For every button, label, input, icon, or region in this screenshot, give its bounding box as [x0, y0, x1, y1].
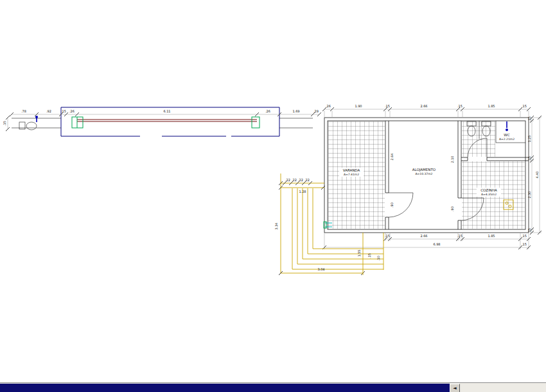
dim-label: 1.85 [488, 234, 495, 238]
room-label-alojamento: ALOJAMENTO [412, 168, 436, 172]
plan-bottom-dim-chain-2: 6.98 .15 [322, 242, 531, 249]
dim-label: 3.34 [274, 222, 278, 229]
section-left-dim: .15 [3, 116, 10, 131]
plan-right-inner-dim-chain: .15 1.25 .15 2.30 .15 [527, 116, 534, 235]
dim-label: 2.66 [420, 104, 427, 108]
wall-wc-cozinha [461, 157, 529, 161]
dim-label: .26 [326, 104, 331, 108]
dim-label: 3.04 [317, 267, 324, 271]
scrollbar-track[interactable] [460, 384, 546, 392]
dim-label: .90 [390, 202, 394, 208]
dim-label: 2.10 [450, 156, 454, 163]
dim-label: .15 [61, 109, 66, 113]
dim-label: 2.64 [390, 153, 394, 160]
dim-label: 6.98 [433, 242, 440, 246]
room-label-varanda: VARANDA [343, 168, 360, 172]
dim-label: 1.69 [292, 109, 299, 113]
dim-label: .26 [69, 109, 75, 113]
scroll-left-arrow-icon: ◄ [453, 386, 456, 391]
dim-label: .15 [457, 234, 462, 238]
section-dim-chain: .78 .92 .15 .26 6.11 .26 1.69 .29 [10, 109, 321, 116]
dim-label: .22 [292, 178, 297, 182]
dim-label: .29 [313, 109, 319, 113]
dim-label: .92 [46, 109, 51, 113]
cad-canvas: .15 .78 .92 .15 .26 6.11 .26 1.69 .29 [0, 0, 546, 382]
dim-label: 1.90 [355, 104, 362, 108]
dim-label: .22 [298, 178, 303, 182]
section-window-left [72, 117, 83, 128]
scroll-left-button[interactable]: ◄ [450, 384, 460, 392]
horizontal-scrollbar: ◄ [0, 382, 546, 392]
plan-bottom-dim-chain-1: .15 2.66 .15 1.85 .15 [383, 234, 531, 241]
dim-label: .15 [522, 242, 527, 246]
dim-label: 1.85 [488, 104, 495, 108]
dim-label: .10 [376, 256, 380, 261]
dim-label: .15 [457, 104, 462, 108]
dim-label: 6.11 [163, 109, 170, 113]
room-label-wc: WC [504, 133, 509, 137]
dim-label: .78 [21, 109, 26, 113]
dim-label: .15 [527, 156, 531, 161]
room-label-cozinha: COZINHA [480, 188, 497, 192]
plan-right-outer-dim-chain: 4.40 [535, 116, 542, 235]
room-area-cozinha: A=4.35m2 [481, 193, 497, 196]
dim-label: .15 [385, 104, 390, 108]
room-area-alojamento: A=10.37m2 [416, 172, 433, 175]
dim-label: 1.55 [357, 249, 361, 256]
dim-label: .15 [527, 228, 531, 233]
scrollbar-thumb[interactable] [0, 384, 450, 392]
floor-plan: VARANDA A=7.41m2 ALOJAMENTO A=10.37m2 CO… [324, 118, 529, 233]
section-window-right [252, 117, 260, 128]
dim-label: .15 [385, 234, 390, 238]
dim-label: .15 [522, 104, 527, 108]
dim-label: .15 [3, 121, 6, 126]
wall-alojamento-cozinha [458, 121, 461, 229]
room-area-wc: A=2.21m2 [499, 138, 515, 141]
room-area-varanda: A=7.41m2 [344, 173, 359, 176]
interior-dims: 2.64 .90 2.10 .90 [390, 153, 454, 211]
dim-label: 1.25 [527, 135, 531, 142]
dim-label: 2.66 [420, 234, 427, 238]
plan-top-dim-chain: .26 1.90 .15 2.66 .15 1.85 .15 [322, 104, 531, 111]
dim-label: .15 [522, 234, 527, 238]
section-beam-line [77, 120, 257, 121]
dim-label: .15 [527, 116, 531, 121]
wc-tap-icon [506, 121, 508, 131]
dim-label: 4.40 [535, 171, 539, 178]
dim-label: .15 [367, 253, 371, 258]
cad-viewport: .15 .78 .92 .15 .26 6.11 .26 1.69 .29 [0, 0, 546, 392]
dim-label: .26 [265, 109, 270, 113]
dim-label: .22 [304, 178, 310, 182]
wc-tiles [462, 121, 495, 157]
dim-label: .22 [285, 178, 290, 182]
wall-varanda-alojamento [385, 121, 389, 229]
dim-label: 2.30 [527, 191, 531, 198]
dim-label: .90 [450, 206, 454, 211]
